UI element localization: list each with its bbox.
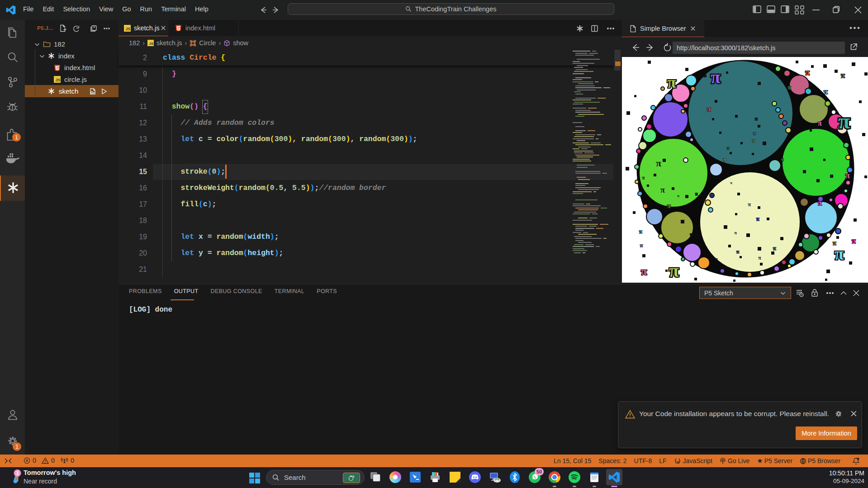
svg-text:π: π: [656, 157, 661, 169]
svg-text:π: π: [833, 240, 836, 246]
svg-text:π: π: [642, 175, 645, 181]
svg-text:π: π: [734, 230, 737, 235]
svg-text:π: π: [660, 185, 665, 194]
svg-text:π: π: [736, 249, 739, 254]
svg-text:π: π: [707, 105, 711, 113]
svg-text:π: π: [639, 228, 642, 235]
svg-text:π: π: [667, 73, 676, 91]
svg-text:π: π: [805, 68, 810, 77]
svg-text:π: π: [758, 255, 761, 261]
svg-text:π: π: [730, 180, 732, 185]
svg-text:π: π: [835, 244, 844, 263]
svg-text:π: π: [818, 199, 822, 207]
svg-text:π: π: [838, 109, 850, 133]
svg-text:π: π: [755, 116, 758, 121]
svg-text:π: π: [818, 119, 822, 127]
svg-text:π: π: [753, 130, 756, 136]
svg-text:π: π: [677, 194, 679, 198]
svg-text:π: π: [781, 157, 784, 162]
svg-text:π: π: [715, 256, 718, 261]
svg-text:π: π: [667, 203, 671, 209]
svg-text:π: π: [852, 237, 856, 245]
svg-text:π: π: [695, 191, 698, 196]
svg-text:π: π: [640, 242, 643, 248]
svg-text:π: π: [773, 245, 776, 251]
svg-text:π: π: [756, 216, 759, 222]
svg-text:π: π: [641, 265, 647, 277]
svg-text:π: π: [841, 71, 845, 79]
svg-text:π: π: [727, 146, 729, 150]
svg-text:π: π: [845, 171, 850, 180]
svg-text:π: π: [711, 67, 721, 87]
svg-text:π: π: [748, 201, 751, 208]
svg-text:π: π: [824, 88, 828, 95]
svg-text:π: π: [787, 84, 791, 91]
svg-text:π: π: [752, 138, 755, 143]
svg-text:1: 1: [16, 470, 19, 476]
svg-text:π: π: [723, 157, 726, 162]
svg-text:π: π: [669, 261, 679, 281]
